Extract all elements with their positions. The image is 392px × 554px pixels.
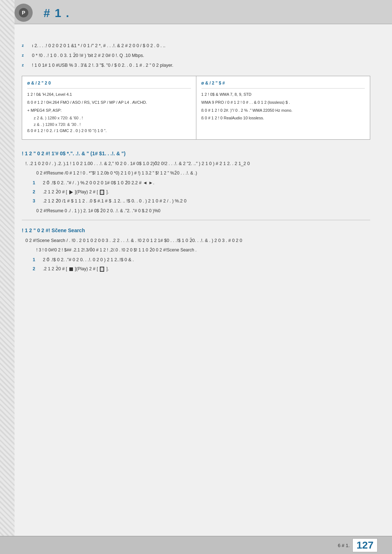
video-row-4: z 2 &. ) 1280 x 720: & '60 . ! (27, 115, 191, 122)
bullet-text-3: ! 1 0 1# 1 0 #USB % 3 . 3'& 2 !. 3 "$. "… (32, 62, 370, 69)
section-scene-title: ! 1 2 " 0 2 #! Sčene Search (22, 227, 370, 233)
header-icon: P (15, 4, 33, 22)
play-bracket-close: ](Play) 2 # [ (75, 189, 98, 194)
video-row-5: z & . ) 1280 x 720: & '30 . ! (27, 122, 191, 128)
step-text-2: .2 1 2 2̈0 # [ ](Play) 2 # [ ]. (43, 189, 370, 196)
stop-icon (69, 267, 73, 271)
table-col-video: ø & / 2 " 2 0 1 2 ! 0& 'H.264, Level 4.1… (22, 76, 196, 139)
scene-step-2: 2 .2 1 2 2̈0 # [ ](Play) 2 # [ ]. (33, 266, 370, 272)
bullet-label-2: z (22, 52, 29, 58)
section-scene-body: 0 2 #!Scene Search / . !0 . 2 0 1 0 2 0 … (22, 237, 370, 272)
scene-step-text-2: .2 1 2 2̈0 # [ ](Play) 2 # [ ]. (43, 266, 370, 272)
svg-text:P: P (22, 10, 25, 16)
step-text-3: .2 1 2 2̈0 /1 # $ 1 1 2 . .0 $ #.1 # $ .… (43, 198, 370, 205)
video-row-2: ß 0 # 1 2 ! 0H.264 FMO / ASO / RS, VC1 S… (27, 99, 191, 106)
section-resume-title: ! 1 2 " 0 2 #! 1'# 0$ *.". .!. & " (1# $… (22, 151, 370, 156)
save-icon (100, 190, 104, 195)
scene-save-close: ]. (106, 266, 109, 271)
bullet-label-3: z (22, 62, 29, 68)
page-stripe (0, 0, 15, 554)
page-title: # 1 . (44, 7, 70, 20)
step-text-1: 2 0̈ .!$ 0 2. ."# / . ) %.2 0 0 2 0 1# 0… (43, 180, 370, 186)
intro-section: z ı 2. . . .! 0 2 0 2 0 1 &1 * / 0 1 /" … (22, 42, 370, 69)
footer: 6 # 1. 127 (0, 536, 392, 554)
scene-step-num-1: 1 (33, 257, 40, 263)
resume-indent-1: 0 2 #!Resume /0 # 1 2 ! 0 . *"$! 1 2.0b … (25, 170, 370, 177)
save-bracket-close: ]. (106, 189, 109, 194)
resume-step-1: 1 2 0̈ .!$ 0 2. ."# / . ) %.2 0 0 2 0 1#… (33, 180, 370, 186)
audio-row-1: 1 2 ! 0$ & WMA 7, 8, 9, STD (201, 91, 365, 98)
video-row-3: + MPEG4 SP, ASP: (27, 107, 191, 114)
scene-step-text-1: 2 0̈ .!$ 0 2. ."# 0 2 0. . .!. 0 2 0 ) 2… (43, 257, 370, 263)
video-row-6: ß 0 # 1 2 ! 0 2. / 1 GMC 2 . 0 ) 2 0 !0 … (27, 128, 191, 134)
audio-row-3: ß 0 # 1 2 ! 0 2#. )"/ 0 . 2 % ." WMA 220… (201, 107, 365, 114)
divider-1 (22, 220, 370, 220)
section-scene-title-text: ! 1 2 " 0 2 #! Sčene Search (22, 227, 85, 233)
bullet-label-1: z (22, 42, 29, 49)
footer-page-number: 127 (352, 538, 377, 552)
page-container: P # 1 . z ı 2. . . .! 0 2 0 2 0 1 &1 * /… (0, 0, 392, 554)
bullet-row-2: z 0 * !0 . .! 1 0 . 0 3. 1 2̈0 !# ) 'bit… (22, 52, 370, 59)
section-resume: ! 1 2 " 0 2 #! 1'# 0$ *.". .!. & " (1# $… (22, 151, 370, 214)
table-col-video-header: ø & / 2 " 2 0 (27, 80, 191, 89)
step-num-1: 1 (33, 180, 40, 186)
audio-row-4: ß 0 # 1 2 ! 0 RealAudio 10 lossless. (201, 115, 365, 122)
resume-indent-2: 0 2 #!Resume 0 ./ . 1 ) ) 2. 1# 0$ 2̈0 2… (25, 208, 370, 214)
main-content: z ı 2. . . .! 0 2 0 2 0 1 &1 * / 0 1 /" … (0, 24, 392, 307)
bullet-row-3: z ! 1 0 1# 1 0 #USB % 3 . 3'& 2 !. 3 "$.… (22, 62, 370, 69)
play-icon (69, 190, 73, 194)
resume-body-text: !. .2 1 0 2 0 / . ) .2. ).1 ! 1 0 2 1.00… (25, 160, 370, 168)
scene-save-icon (100, 267, 104, 272)
scene-body-text: 0 2 #!Scene Search / . !0 . 2 0 1 0 2 0 … (25, 237, 370, 245)
header: P # 1 . (0, 0, 392, 24)
scene-step-1: 1 2 0̈ .!$ 0 2. ."# 0 2 0. . .!. 0 2 0 )… (33, 257, 370, 263)
audio-row-2: WMA 9 PRO / 0 # 1 2 ! 0 # . . & 0 1 2 (l… (201, 99, 365, 106)
comparison-table: ø & / 2 " 2 0 1 2 ! 0& 'H.264, Level 4.1… (22, 76, 370, 140)
section-scene-search: ! 1 2 " 0 2 #! Sčene Search 0 2 #!Scene … (22, 227, 370, 272)
scene-bracket-close: ](Play) 2 # [ (75, 266, 98, 271)
bullet-text-2: 0 * !0 . .! 1 0 . 0 3. 1 2̈0 !# ) 'bit 2… (32, 52, 370, 59)
footer-prefix: 6 # 1. (338, 543, 350, 548)
resume-step-3: 3 .2 1 2 2̈0 /1 # $ 1 1 2 . .0 $ #.1 # $… (33, 198, 370, 205)
section-resume-body: !. .2 1 0 2 0 / . ) .2. ).1 ! 1 0 2 1.00… (22, 160, 370, 214)
scene-bracket-open: [ (66, 266, 67, 271)
step-num-3: 3 (33, 198, 40, 205)
video-row-1: 1 2 ! 0& 'H.264, Level 4.1 (27, 91, 191, 98)
table-col-audio-header: ø & / 2 " $ # (201, 80, 365, 89)
play-bracket-icon: [ (66, 189, 67, 194)
bullet-row-1: z ı 2. . . .! 0 2 0 2 0 1 &1 * / 0 1 /" … (22, 42, 370, 49)
app-logo-icon: P (18, 7, 29, 18)
resume-steps: 1 2 0̈ .!$ 0 2. ."# / . ) %.2 0 0 2 0 1#… (33, 180, 370, 204)
bullet-text-1: ı 2. . . .! 0 2 0 2 0 1 &1 * / 0 1 /" 2 … (32, 42, 370, 49)
table-col-audio: ø & / 2 " $ # 1 2 ! 0$ & WMA 7, 8, 9, ST… (196, 76, 370, 139)
scene-step-num-2: 2 (33, 266, 40, 272)
step-num-2: 2 (33, 189, 40, 196)
scene-indent-1: ! 3 ! 0 0#!0 2 ! $## .2.1 2!.3/0̈0 # 1 2… (25, 247, 370, 254)
resume-step-2: 2 .2 1 2 2̈0 # [ ](Play) 2 # [ ]. (33, 189, 370, 196)
scene-steps: 1 2 0̈ .!$ 0 2. ."# 0 2 0. . .!. 0 2 0 )… (33, 257, 370, 272)
footer-page-info: 6 # 1. 127 (338, 538, 377, 552)
